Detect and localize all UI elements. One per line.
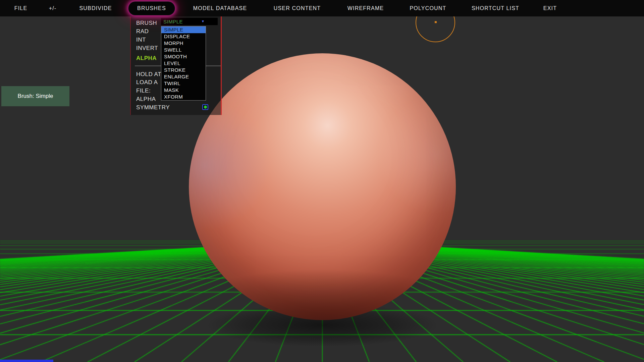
symmetry-checkbox[interactable]	[202, 104, 208, 110]
alpha-button[interactable]: ALPHA	[136, 55, 157, 62]
intensity-label: INT	[136, 37, 146, 43]
menu-user-content[interactable]: USER CONTENT	[274, 5, 321, 11]
dropdown-option-simple[interactable]: SIMPLE	[161, 26, 206, 33]
invert-label: INVERT	[136, 45, 158, 52]
model-sphere[interactable]	[189, 53, 456, 320]
menu-subdivide[interactable]: SUBDIVIDE	[79, 5, 112, 11]
menu-brushes[interactable]: BRUSHES	[128, 1, 175, 15]
load-alpha-label: LOAD A	[136, 79, 158, 86]
dropdown-option-twirl[interactable]: TWIRL	[161, 80, 206, 87]
dropdown-option-level[interactable]: LEVEL	[161, 60, 206, 67]
menu-shortcut-list[interactable]: SHORTCUT LIST	[472, 5, 519, 11]
brush-label: BRUSH	[136, 20, 157, 26]
brush-type-select[interactable]: SIMPLE ▼	[161, 18, 218, 25]
brush-dropdown-list: SIMPLEDISPLACEMORPHSWELLSMOOTHLEVELSTROK…	[161, 26, 206, 101]
brush-cursor-dot	[435, 21, 437, 23]
dropdown-option-stroke[interactable]: STROKE	[161, 67, 206, 73]
viewport-3d[interactable]	[0, 0, 644, 362]
brush-panel: BRUSH RAD INT INVERT ALPHA HOLD AT LOAD …	[130, 16, 222, 115]
hold-alpha-label: HOLD AT	[136, 71, 161, 78]
dropdown-option-enlarge[interactable]: ENLARGE	[161, 73, 206, 80]
dropdown-option-smooth[interactable]: SMOOTH	[161, 53, 206, 60]
file-label: FILE:	[136, 87, 151, 94]
alpha-row-label: ALPHA	[136, 96, 156, 103]
menu-exit[interactable]: EXIT	[543, 5, 557, 11]
brush-status-text: Brush: Simple	[18, 93, 53, 100]
app-window: FILE +/- SUBDIVIDE BRUSHES MODEL DATABAS…	[0, 0, 644, 362]
symmetry-label: SYMMETRY	[136, 104, 170, 111]
symmetry-checkbox-dot	[204, 106, 207, 109]
select-arrow-icon: ▼	[201, 19, 205, 23]
brush-select-value: SIMPLE	[163, 19, 183, 24]
menu-model-database[interactable]: MODEL DATABASE	[193, 5, 247, 11]
dropdown-option-swell[interactable]: SWELL	[161, 47, 206, 53]
brush-status-tooltip: Brush: Simple	[1, 86, 69, 106]
menu-plus-minus[interactable]: +/-	[49, 5, 57, 11]
radius-label: RAD	[136, 28, 149, 35]
bottom-left-blue-bar[interactable]	[0, 360, 53, 362]
menu-file[interactable]: FILE	[14, 5, 28, 11]
dropdown-option-displace[interactable]: DISPLACE	[161, 33, 206, 40]
menu-polycount[interactable]: POLYCOUNT	[410, 5, 446, 11]
menu-bar: FILE +/- SUBDIVIDE BRUSHES MODEL DATABAS…	[0, 0, 644, 16]
dropdown-option-xform[interactable]: XFORM	[161, 94, 206, 100]
dropdown-option-morph[interactable]: MORPH	[161, 40, 206, 47]
dropdown-option-mask[interactable]: MASK	[161, 87, 206, 94]
menu-wireframe[interactable]: WIREFRAME	[347, 5, 384, 11]
